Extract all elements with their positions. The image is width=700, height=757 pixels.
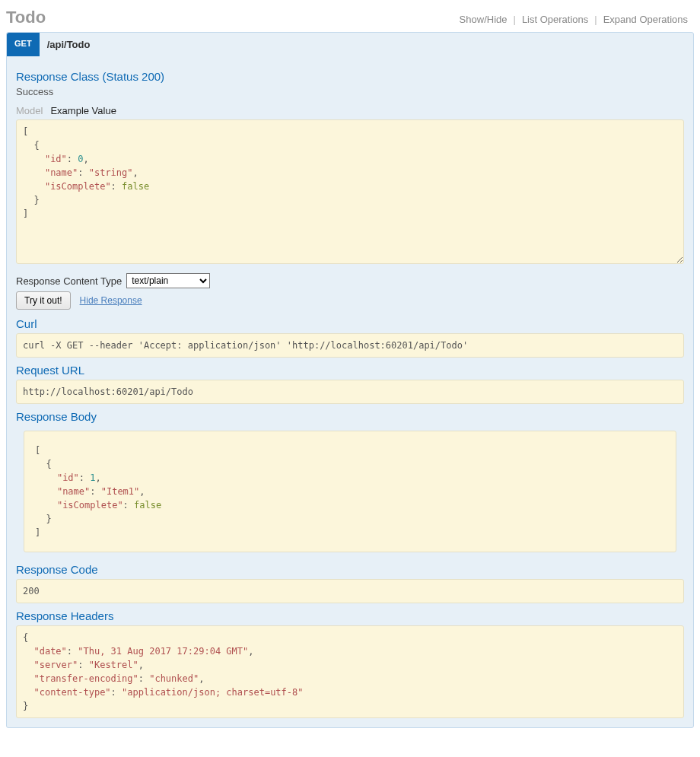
response-headers-box: { "date": "Thu, 31 Aug 2017 17:29:04 GMT… xyxy=(16,625,684,718)
response-headers-heading: Response Headers xyxy=(16,609,684,622)
expand-operations-link[interactable]: Expand Operations xyxy=(597,14,694,25)
response-class-desc: Success xyxy=(16,86,684,97)
api-title[interactable]: Todo xyxy=(6,8,46,27)
request-url-box: http://localhost:60201/api/Todo xyxy=(16,380,684,404)
tab-model[interactable]: Model xyxy=(16,105,43,116)
list-operations-link[interactable]: List Operations xyxy=(516,14,594,25)
hide-response-link[interactable]: Hide Response xyxy=(80,295,142,306)
response-body-box: [ { "id": 1, "name": "Item1", "isComplet… xyxy=(24,431,676,552)
show-hide-link[interactable]: Show/Hide xyxy=(453,14,514,25)
response-content-type-label: Response Content Type xyxy=(16,275,122,287)
response-code-heading: Response Code xyxy=(16,563,684,576)
response-content-type-select[interactable]: text/plain xyxy=(126,273,210,288)
example-value-box[interactable]: [ { "id": 0, "name": "string", "isComple… xyxy=(16,119,684,264)
api-header: Todo Show/Hide | List Operations | Expan… xyxy=(6,6,694,32)
header-operations: Show/Hide | List Operations | Expand Ope… xyxy=(453,14,694,25)
http-method-badge: GET xyxy=(7,33,40,56)
try-it-out-button[interactable]: Try it out! xyxy=(16,291,71,310)
operation-panel: GET /api/Todo Response Class (Status 200… xyxy=(6,32,694,728)
curl-heading: Curl xyxy=(16,317,684,330)
operation-bar[interactable]: GET /api/Todo xyxy=(7,33,693,56)
response-code-box: 200 xyxy=(16,579,684,603)
response-class-heading: Response Class (Status 200) xyxy=(16,70,684,83)
curl-box: curl -X GET --header 'Accept: applicatio… xyxy=(16,333,684,358)
request-url-heading: Request URL xyxy=(16,364,684,377)
response-body-heading: Response Body xyxy=(16,410,684,423)
endpoint-path: /api/Todo xyxy=(40,33,98,56)
schema-tabs: Model Example Value xyxy=(16,105,684,116)
tab-example-value[interactable]: Example Value xyxy=(50,105,116,116)
